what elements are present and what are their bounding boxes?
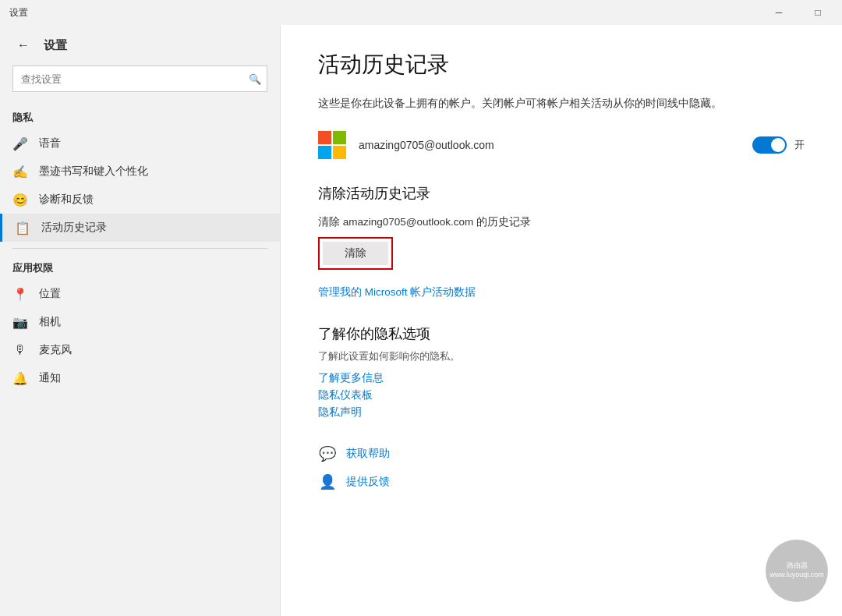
titlebar: 设置 ─ □: [0, 0, 842, 25]
sidebar-item-location-label: 位置: [39, 287, 61, 301]
clear-button[interactable]: 清除: [323, 242, 388, 265]
clear-desc-prefix: 清除: [318, 216, 343, 228]
get-help-row[interactable]: 💬 获取帮助: [318, 444, 805, 463]
search-input[interactable]: [12, 65, 267, 92]
app-permissions-label: 应用权限: [0, 255, 280, 280]
privacy-dashboard-link[interactable]: 隐私仪表板: [318, 388, 805, 402]
back-button[interactable]: ←: [12, 34, 34, 56]
location-icon: 📍: [12, 286, 28, 302]
toggle-thumb: [771, 138, 785, 152]
sidebar-item-activity[interactable]: 📋 活动历史记录: [0, 214, 280, 242]
bottom-links: 💬 获取帮助 👤 提供反馈: [318, 444, 805, 491]
get-help-icon: 💬: [318, 444, 337, 463]
handwriting-icon: ✍: [12, 164, 28, 179]
sidebar-item-handwriting-label: 墨迹书写和键入个性化: [39, 165, 148, 179]
app-container: ← 设置 🔍 隐私 🎤 语音 ✍ 墨迹书写和键入个性化 😊 诊断和反馈 📋 活动…: [0, 25, 842, 616]
clear-button-wrapper: 清除: [318, 237, 393, 270]
sidebar-item-diagnostics[interactable]: 😊 诊断和反馈: [0, 186, 280, 214]
minimize-button[interactable]: ─: [761, 0, 797, 25]
sidebar-item-camera-label: 相机: [39, 315, 61, 329]
activity-icon: 📋: [15, 220, 30, 235]
sidebar-item-microphone[interactable]: 🎙 麦克风: [0, 336, 280, 364]
clear-section-title: 清除活动历史记录: [318, 184, 805, 203]
sidebar-item-voice-label: 语音: [39, 136, 61, 150]
account-toggle[interactable]: [752, 136, 787, 154]
clear-description: 清除 amazing0705@outlook.com 的历史记录: [318, 215, 805, 229]
ms-logo-red: [318, 131, 331, 144]
maximize-button[interactable]: □: [800, 0, 836, 25]
clear-desc-suffix: 的历史记录: [473, 216, 531, 228]
clear-desc-email: amazing0705@outlook.com: [343, 216, 474, 228]
manage-link[interactable]: 管理我的 Microsoft 帐户活动数据: [318, 285, 805, 299]
privacy-section-label: 隐私: [0, 104, 280, 129]
titlebar-title: 设置: [9, 6, 28, 19]
ms-logo-yellow: [333, 146, 346, 159]
sidebar-item-voice[interactable]: 🎤 语音: [0, 129, 280, 158]
voice-icon: 🎤: [12, 136, 28, 151]
privacy-description: 了解此设置如何影响你的隐私。: [318, 349, 805, 363]
diagnostics-icon: 😊: [12, 192, 28, 207]
titlebar-controls: ─ □: [761, 0, 836, 25]
sidebar-app-title: 设置: [44, 38, 67, 53]
main-content: 活动历史记录 这些是你在此设备上拥有的帐户。关闭帐户可将帐户相关活动从你的时间线…: [281, 25, 842, 616]
sidebar-item-diagnostics-label: 诊断和反馈: [39, 193, 94, 207]
sidebar-item-handwriting[interactable]: ✍ 墨迹书写和键入个性化: [0, 158, 280, 186]
search-icon: 🔍: [249, 73, 261, 85]
ms-logo-green: [333, 131, 346, 144]
ms-logo-blue: [318, 146, 331, 159]
sidebar-item-location[interactable]: 📍 位置: [0, 280, 280, 308]
toggle-label: 开: [794, 138, 805, 152]
privacy-statement-link[interactable]: 隐私声明: [318, 405, 805, 420]
page-title: 活动历史记录: [318, 50, 805, 80]
feedback-row[interactable]: 👤 提供反馈: [318, 473, 805, 491]
titlebar-left: 设置: [9, 6, 28, 19]
toggle-container[interactable]: 开: [752, 136, 805, 154]
sidebar-divider: [12, 248, 267, 249]
search-box: 🔍: [12, 65, 267, 92]
sidebar-item-notifications[interactable]: 🔔 通知: [0, 364, 280, 392]
sidebar-item-notifications-label: 通知: [39, 371, 61, 385]
feedback-icon: 👤: [318, 473, 337, 491]
sidebar-item-microphone-label: 麦克风: [39, 343, 72, 357]
account-email: amazing0705@outlook.com: [359, 139, 740, 151]
privacy-section-title: 了解你的隐私选项: [318, 324, 805, 343]
sidebar-header: ← 设置: [0, 28, 280, 65]
page-description: 这些是你在此设备上拥有的帐户。关闭帐户可将帐户相关活动从你的时间线中隐藏。: [318, 95, 786, 112]
learn-more-link[interactable]: 了解更多信息: [318, 371, 805, 385]
microsoft-logo: [318, 131, 346, 159]
feedback-link[interactable]: 提供反馈: [346, 475, 390, 489]
sidebar-item-camera[interactable]: 📷 相机: [0, 308, 280, 336]
get-help-link[interactable]: 获取帮助: [346, 447, 390, 461]
sidebar-item-activity-label: 活动历史记录: [41, 221, 107, 235]
sidebar: ← 设置 🔍 隐私 🎤 语音 ✍ 墨迹书写和键入个性化 😊 诊断和反馈 📋 活动…: [0, 25, 281, 616]
notifications-icon: 🔔: [12, 370, 28, 386]
camera-icon: 📷: [12, 314, 28, 330]
microphone-icon: 🎙: [12, 342, 28, 358]
account-row: amazing0705@outlook.com 开: [318, 131, 805, 159]
